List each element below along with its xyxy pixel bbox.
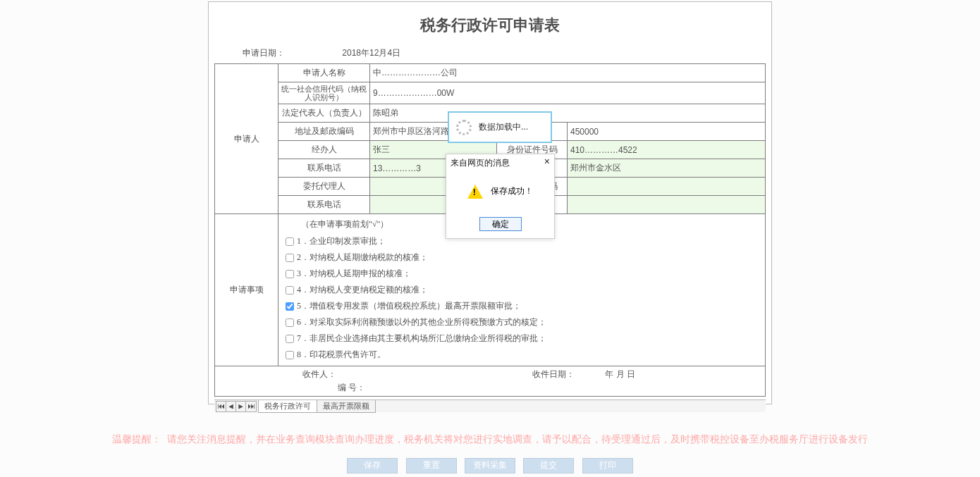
warning-icon [467, 185, 483, 199]
message-ok-button[interactable]: 确定 [479, 217, 522, 231]
message-dialog: 来自网页的消息 × 保存成功！ 确定 [446, 154, 555, 239]
message-dialog-text: 保存成功！ [491, 186, 533, 196]
close-icon[interactable]: × [544, 157, 550, 169]
loading-text: 数据加载中... [479, 121, 528, 133]
loading-dialog: 数据加载中... [448, 111, 552, 143]
message-dialog-title: 来自网页的消息 [451, 157, 510, 169]
loading-spinner-icon [456, 120, 472, 135]
